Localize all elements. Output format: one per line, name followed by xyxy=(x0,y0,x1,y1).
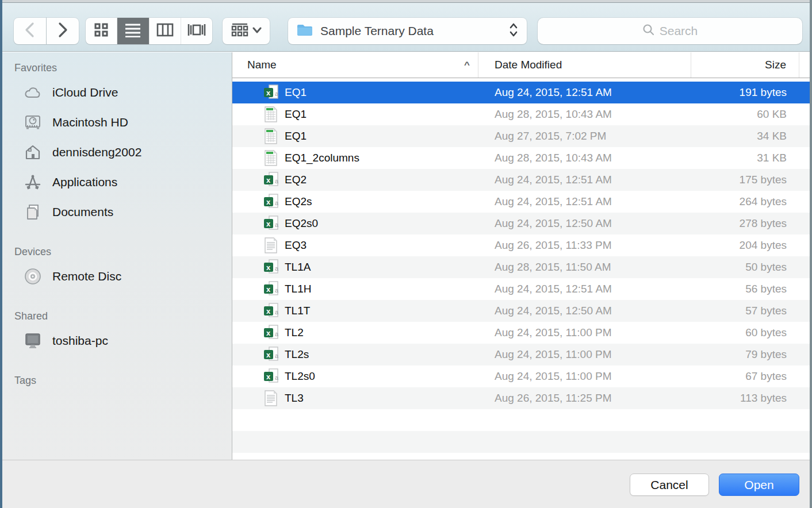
file-date-modified: Aug 28, 2015, 11:50 AM xyxy=(478,261,691,274)
dialog-footer: Cancel Open xyxy=(2,460,810,508)
excel-file-icon: ax xyxy=(262,368,279,385)
location-dropdown[interactable]: Sample Ternary Data xyxy=(288,18,527,44)
svg-text:x: x xyxy=(266,88,271,97)
column-view-button[interactable] xyxy=(150,18,181,44)
file-name: EQ2 xyxy=(285,174,307,186)
svg-text:a: a xyxy=(275,90,279,97)
file-row[interactable]: ax TL2s0 Aug 24, 2015, 11:00 PM 67 bytes xyxy=(232,365,810,387)
file-list-pane: Name ^ Date Modified Size ax EQ1 Aug 24,… xyxy=(232,52,810,460)
file-row[interactable]: EQ3 Aug 26, 2015, 11:33 PM 204 bytes xyxy=(232,234,810,256)
view-mode-segmented-control xyxy=(86,18,212,44)
file-row[interactable]: ax TL2s Aug 24, 2015, 11:00 PM 79 bytes xyxy=(232,344,810,365)
cover-flow-view-button[interactable] xyxy=(181,18,212,44)
file-row[interactable]: ax TL1T Aug 24, 2015, 12:50 AM 57 bytes xyxy=(232,300,810,322)
shared-computer-icon xyxy=(24,332,42,350)
file-row[interactable]: ax TL2 Aug 24, 2015, 11:00 PM 60 bytes xyxy=(232,322,810,344)
excel-file-icon: ax xyxy=(262,215,279,232)
sidebar-item-label: Applications xyxy=(52,175,117,189)
item-arrangement-button[interactable] xyxy=(223,18,270,44)
svg-text:x: x xyxy=(266,198,271,206)
file-row[interactable]: ax TL1A Aug 28, 2015, 11:50 AM 50 bytes xyxy=(232,256,810,278)
file-name: EQ1 xyxy=(285,130,307,143)
chevron-down-icon xyxy=(252,26,262,36)
file-row[interactable]: EQ1 Aug 28, 2015, 10:43 AM 60 KB xyxy=(232,103,810,125)
open-button[interactable]: Open xyxy=(719,474,799,496)
sidebar-item-applications[interactable]: Applications xyxy=(2,167,232,197)
sidebar-item-documents[interactable]: Documents xyxy=(2,197,232,227)
sidebar-item-remote-disc[interactable]: Remote Disc xyxy=(2,261,232,291)
file-size: 278 bytes xyxy=(691,217,799,230)
cover-flow-icon xyxy=(187,22,206,40)
file-date-modified: Aug 28, 2015, 10:43 AM xyxy=(478,152,691,164)
file-row[interactable]: TL3 Aug 26, 2015, 11:25 PM 113 bytes xyxy=(232,387,810,409)
optical-disc-icon xyxy=(24,267,42,286)
file-date-modified: Aug 27, 2015, 7:02 PM xyxy=(478,130,691,143)
svg-text:a: a xyxy=(275,199,279,206)
file-size: 34 KB xyxy=(691,130,799,143)
spreadsheet-file-icon xyxy=(262,128,279,145)
sidebar-item-label: iCloud Drive xyxy=(52,86,118,99)
sort-ascending-icon: ^ xyxy=(464,60,470,70)
sidebar-section-favorites: Favorites iCloud Drive Macintosh HD denn… xyxy=(2,60,232,227)
sidebar-item-toshiba-pc[interactable]: toshiba-pc xyxy=(2,326,232,356)
svg-text:a: a xyxy=(275,309,279,315)
sidebar-section-tags: Tags xyxy=(2,373,232,388)
file-rows: ax EQ1 Aug 24, 2015, 12:51 AM 191 bytes … xyxy=(232,78,810,460)
svg-text:a: a xyxy=(275,287,279,294)
excel-file-icon: ax xyxy=(262,171,279,188)
chevron-left-icon xyxy=(24,21,36,41)
column-header-name[interactable]: Name ^ xyxy=(232,52,478,78)
file-date-modified: Aug 26, 2015, 11:25 PM xyxy=(478,392,691,405)
sidebar-item-icloud-drive[interactable]: iCloud Drive xyxy=(2,78,232,107)
svg-text:x: x xyxy=(266,372,271,381)
file-row[interactable]: ax EQ2 Aug 24, 2015, 12:51 AM 175 bytes xyxy=(232,169,810,191)
file-size: 57 bytes xyxy=(691,305,799,317)
search-input[interactable]: Search xyxy=(538,18,802,44)
file-date-modified: Aug 24, 2015, 12:50 AM xyxy=(478,217,691,230)
column-header-date-modified[interactable]: Date Modified xyxy=(478,52,691,78)
file-name: EQ3 xyxy=(285,239,307,252)
file-row[interactable]: ax TL1H Aug 24, 2015, 12:51 AM 56 bytes xyxy=(232,278,810,300)
file-row[interactable]: EQ1 Aug 27, 2015, 7:02 PM 34 KB xyxy=(232,125,810,147)
toolbar: Sample Ternary Data Search xyxy=(2,3,810,52)
sidebar: Favorites iCloud Drive Macintosh HD denn… xyxy=(2,52,232,460)
file-row[interactable]: ax EQ2s0 Aug 24, 2015, 12:50 AM 278 byte… xyxy=(232,213,810,234)
svg-text:a: a xyxy=(275,330,279,337)
file-row[interactable]: ax EQ1 Aug 24, 2015, 12:51 AM 191 bytes xyxy=(232,82,810,103)
file-name: EQ2s xyxy=(285,195,312,208)
hard-drive-icon xyxy=(24,113,42,132)
list-icon xyxy=(124,22,141,40)
home-icon xyxy=(24,143,42,161)
file-size: 31 KB xyxy=(691,152,799,164)
file-date-modified: Aug 24, 2015, 11:00 PM xyxy=(478,370,691,383)
forward-button[interactable] xyxy=(47,18,79,44)
sidebar-section-label: Shared xyxy=(14,309,232,324)
file-name: TL2s xyxy=(285,348,309,361)
location-dropdown-label: Sample Ternary Data xyxy=(320,24,501,38)
file-name: TL2s0 xyxy=(285,370,315,383)
sidebar-item-label: Remote Disc xyxy=(52,270,121,283)
file-size: 60 KB xyxy=(691,108,799,121)
svg-text:a: a xyxy=(275,352,279,359)
sidebar-item-dennisdeng2002[interactable]: dennisdeng2002 xyxy=(2,137,232,167)
cancel-button[interactable]: Cancel xyxy=(630,474,709,496)
spreadsheet-file-icon xyxy=(262,106,279,123)
excel-file-icon: ax xyxy=(262,346,279,363)
excel-file-icon: ax xyxy=(262,302,279,320)
list-view-button[interactable] xyxy=(117,18,149,44)
file-name: TL3 xyxy=(285,392,304,405)
file-row[interactable]: ax EQ2s Aug 24, 2015, 12:51 AM 264 bytes xyxy=(232,191,810,213)
file-size: 79 bytes xyxy=(691,348,799,361)
file-date-modified: Aug 24, 2015, 12:51 AM xyxy=(478,283,691,295)
sidebar-section-label: Tags xyxy=(14,373,232,388)
svg-text:x: x xyxy=(266,351,271,359)
column-header-size[interactable]: Size xyxy=(691,52,799,78)
back-button[interactable] xyxy=(14,18,46,44)
file-size: 175 bytes xyxy=(691,174,799,186)
file-row[interactable]: EQ1_2columns Aug 28, 2015, 10:43 AM 31 K… xyxy=(232,147,810,169)
sidebar-item-macintosh-hd[interactable]: Macintosh HD xyxy=(2,107,232,137)
file-name: EQ2s0 xyxy=(285,217,318,230)
sidebar-section-label: Devices xyxy=(14,244,232,259)
search-placeholder: Search xyxy=(660,24,698,38)
icon-view-button[interactable] xyxy=(86,18,117,44)
